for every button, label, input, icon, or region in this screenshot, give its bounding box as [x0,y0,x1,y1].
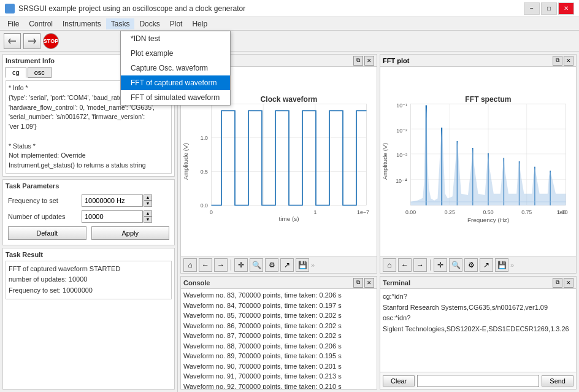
menu-tasks[interactable]: Tasks [106,18,135,29]
freq-up-btn[interactable]: ▲ [144,194,152,201]
fft-save-btn[interactable]: 💾 [495,258,508,272]
default-button[interactable]: Default [8,226,86,240]
forward-button[interactable] [23,33,40,49]
svg-text:10⁻¹: 10⁻¹ [396,102,407,109]
fft-home-btn[interactable]: ⌂ [383,258,396,272]
freq-down-btn[interactable]: ▼ [144,201,152,207]
fft-pan-btn[interactable]: ✛ [434,258,447,272]
menu-capture-osc[interactable]: Capture Osc. waveform [121,61,230,75]
menu-fft-simulated[interactable]: FFT of simulated waveform [121,90,230,105]
console-header: Console ⧉ ✕ [181,277,377,289]
menu-fft-captured[interactable]: FFT of captured waveform [121,75,230,90]
console-line: Waveform no. 91, 700000 points, time tak… [183,371,374,382]
svg-text:1.0: 1.0 [201,135,208,141]
updates-up-btn[interactable]: ▲ [144,210,152,217]
clock-home-btn[interactable]: ⌂ [183,258,197,272]
param-buttons: Default Apply [8,226,169,240]
svg-text:1e8: 1e8 [557,209,566,215]
terminal-float-btn[interactable]: ⧉ [553,278,562,288]
svg-text:Amplitude (V): Amplitude (V) [382,143,388,180]
console-float-btn[interactable]: ⧉ [353,278,363,288]
clock-plot-toolbar: ⌂ ← → ✛ 🔍 ⚙ ↗ 💾 » [181,256,377,273]
fft-more-btn[interactable]: » [510,261,514,269]
close-button[interactable]: ✕ [558,2,574,15]
window-controls: − □ ✕ [524,2,574,15]
terminal-input[interactable] [417,375,539,387]
clock-back-btn[interactable]: ← [199,258,212,272]
fft-plot-float-btn[interactable]: ⧉ [553,56,562,66]
freq-label: Frequency to set [8,197,82,204]
clock-save-btn[interactable]: 💾 [296,258,309,272]
console-close-btn[interactable]: ✕ [364,278,374,288]
svg-text:10⁻²: 10⁻² [396,128,407,134]
menu-instruments[interactable]: Instruments [58,18,106,29]
fft-fwd-btn[interactable]: → [413,258,427,272]
fft-settings-btn[interactable]: ⚙ [464,258,478,272]
freq-input[interactable] [82,194,143,207]
console-controls: ⧉ ✕ [353,278,374,288]
clock-more-btn[interactable]: » [311,261,315,269]
svg-text:FFT spectum: FFT spectum [465,95,511,104]
terminal-body: cg:*idn?Stanford Research Systems,CG635,… [380,289,576,372]
maximize-button[interactable]: □ [541,2,557,15]
app-icon [5,4,15,13]
minimize-button[interactable]: − [524,2,540,15]
clock-settings-btn[interactable]: ⚙ [265,258,278,272]
fft-zoom-btn[interactable]: 🔍 [449,258,462,272]
svg-text:0.25: 0.25 [445,209,455,215]
clock-plot-close-btn[interactable]: ✕ [364,56,374,66]
terminal-footer: Clear Send [380,372,576,389]
tab-osc[interactable]: osc [28,67,52,78]
terminal-close-btn[interactable]: ✕ [564,278,573,288]
menu-plot[interactable]: Plot [165,18,188,29]
task-result-title: Task Result [6,251,172,258]
clear-button[interactable]: Clear [383,375,415,386]
clock-pan-btn[interactable]: ✛ [234,258,248,272]
updates-label: Number of updates [8,213,82,220]
task-params-title: Task Parameters [6,182,172,190]
updates-input[interactable] [82,210,143,223]
terminal-controls: ⧉ ✕ [553,278,573,288]
send-button[interactable]: Send [542,375,573,386]
console-line: Waveform no. 89, 700000 points, time tak… [183,351,374,361]
fft-plot-container: FFT plot ⧉ ✕ [380,54,577,274]
svg-text:Clock waveform: Clock waveform [261,95,318,104]
fft-back-btn[interactable]: ← [398,258,412,272]
task-params-body: Frequency to set ▲ ▼ Number of updates ▲… [6,192,172,242]
svg-text:time (s): time (s) [279,215,299,222]
clock-plot-controls: ⧉ ✕ [353,56,374,66]
menu-idn-test[interactable]: *IDN test [121,31,230,46]
fft-plot-title: FFT plot [383,57,409,64]
back-button[interactable] [4,33,21,49]
console-line: Waveform no. 84, 700000 points, time tak… [183,301,374,311]
right-panel: ⧉ ✕ Cl [178,52,579,392]
fft-plot-controls: ⧉ ✕ [553,56,573,66]
terminal-line: Stanford Research Systems,CG635,s/n00167… [383,302,573,313]
fft-cursor-btn[interactable]: ↗ [480,258,493,272]
fft-plot-close-btn[interactable]: ✕ [564,56,573,66]
console-title: Console [183,279,210,286]
svg-text:0.75: 0.75 [521,209,532,215]
console-body[interactable]: Waveform no. 83, 700000 points, time tak… [181,289,377,389]
task-result-text: FFT of captured waveform STARTED number … [6,261,172,299]
svg-text:0.50: 0.50 [483,209,493,215]
clock-fwd-btn[interactable]: → [214,258,228,272]
clock-plot-float-btn[interactable]: ⧉ [353,56,363,66]
updates-spinner: ▲ ▼ [144,210,152,223]
menu-plot-example[interactable]: Plot example [121,46,230,61]
main-container: Instrument Info cg osc * Info * {'type':… [0,52,579,392]
clock-cursor-btn[interactable]: ↗ [280,258,294,272]
menu-control[interactable]: Control [24,18,58,29]
menu-docks[interactable]: Docks [134,18,164,29]
svg-text:Amplitude (V): Amplitude (V) [182,143,189,180]
updates-down-btn[interactable]: ▼ [144,217,152,223]
clock-zoom-btn[interactable]: 🔍 [250,258,263,272]
apply-button[interactable]: Apply [91,226,170,240]
console-line: Waveform no. 86, 700000 points, time tak… [183,321,374,331]
svg-text:10⁻⁴: 10⁻⁴ [396,178,407,184]
menu-file[interactable]: File [2,18,24,29]
svg-text:1e−7: 1e−7 [357,209,369,215]
tab-cg[interactable]: cg [6,67,26,78]
menu-help[interactable]: Help [187,18,212,29]
stop-button[interactable]: STOP [43,33,59,49]
